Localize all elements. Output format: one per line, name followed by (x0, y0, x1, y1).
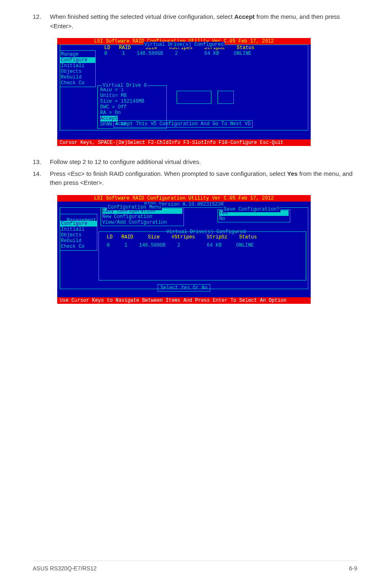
menu-item[interactable]: Manage (60, 52, 95, 57)
bios-footer: Use Cursor Keys to Navigate Between Item… (57, 297, 311, 304)
bios-footer: Cursor Keys, SPACE-(De)Select F2-ChIdInf… (57, 139, 311, 146)
table-row: 0 1 148.580GB 2 64 KB ONLINE (60, 51, 308, 56)
footer-right: 6-9 (349, 565, 357, 572)
vd-line[interactable]: DWC = Off (100, 104, 164, 110)
menu-item[interactable]: Initiali (60, 227, 97, 232)
menu-item[interactable]: Check Co (60, 244, 97, 249)
vd-title: Virtual Drive 0 (102, 83, 148, 88)
step-bold: Accept (234, 13, 255, 20)
step-bold: Yes (287, 170, 298, 177)
vd-configured-label: Virtual Drive(s) Configured (143, 42, 224, 47)
menu-item[interactable]: Objects (60, 232, 97, 238)
vd-rect (217, 91, 234, 104)
save-title: Save Configuration? (223, 206, 280, 212)
vd-rect (177, 91, 211, 104)
vd-line[interactable]: Size = 152146MB (100, 99, 164, 104)
save-no[interactable]: No (219, 216, 289, 222)
step-text-part: When finished setting the selected virtu… (50, 13, 234, 20)
step-text: When finished setting the selected virtu… (50, 12, 357, 31)
bios-title: LSI Software RAID Configuration Utility … (57, 195, 311, 202)
footer-left: ASUS RS320Q-E7/RS12 (33, 565, 96, 572)
save-configuration-box: Save Configuration? Yes No (217, 209, 290, 222)
step-12: 12. When finished setting the selected v… (33, 12, 357, 31)
vd-line-selected[interactable]: Accept (100, 116, 118, 121)
vd-config-box: Virtual Drive 0 RAID = 1 Units= MB Size … (97, 85, 167, 129)
page-footer: ASUS RS320Q-E7/RS12 6-9 (33, 561, 357, 572)
menu-item[interactable]: Initiali (60, 63, 95, 69)
menu-item[interactable]: Check Co (60, 80, 95, 86)
step-text: Press <Esc> to finish RAID configuration… (50, 169, 357, 188)
step-number: 13. (33, 157, 50, 167)
vd-line[interactable]: SPAN = NO (100, 121, 164, 127)
configuration-menu: Configuration Menu Easy Configuration Ne… (101, 207, 184, 226)
main-menu: Configure Initiali Objects Rebuild Check… (60, 214, 97, 251)
config-menu-item[interactable]: New Configuration (102, 214, 182, 220)
config-menu-title: Configuration Menu (107, 204, 162, 210)
vd-configured-label: Virtual Drive(s) Configured (166, 229, 246, 235)
menu-item-selected[interactable]: Configure (60, 221, 97, 227)
step-number: 14. (33, 169, 50, 188)
menu-item-selected[interactable]: Configure (60, 57, 95, 63)
bios-screenshot-2: LSI Software RAID Configuration Utility … (57, 195, 311, 304)
step-text: Follow step 2 to 12 to configure additio… (50, 157, 357, 167)
vd-line[interactable]: RA = On (100, 110, 164, 116)
step-number: 12. (33, 12, 50, 31)
step-13: 13. Follow step 2 to 12 to configure add… (33, 157, 357, 167)
step-text-part: Press <Esc> to finish RAID configuration… (50, 170, 287, 177)
menu-item[interactable]: Objects (60, 69, 95, 74)
vd-line[interactable]: Units= MB (100, 93, 164, 99)
step-14: 14. Press <Esc> to finish RAID configura… (33, 169, 357, 188)
config-menu-item[interactable]: View/Add Configuration (102, 220, 182, 225)
select-prompt: Select Yes Or No (157, 284, 210, 292)
bios-screenshot-1: LSI Software RAID Configuration Utility … (57, 38, 311, 146)
menu-item[interactable]: Rebuild (60, 74, 95, 80)
menu-item[interactable]: Rebuild (60, 238, 97, 244)
main-menu: Manage Configure Initiali Objects Rebuil… (60, 50, 96, 87)
